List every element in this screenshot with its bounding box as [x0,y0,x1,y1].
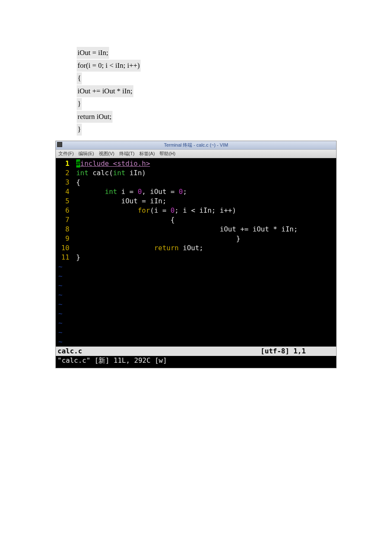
menu-file[interactable]: 文件(F) [58,151,74,156]
code-line: iOut = iIn; [72,197,336,206]
code-line: #include <stdio.h> [72,159,336,168]
vim-tilde: ~ [56,318,63,328]
line-number: 5 [56,197,72,206]
code-line: for(i = 0; i < iIn; i++) [72,206,336,215]
menu-tabs[interactable]: 标签(A) [139,151,155,156]
code-line: return iOut; [72,243,336,253]
window-title: Terminal 终端 - calc.c (~) - VIM [164,142,228,147]
doc-line: iOut += iOut * iIn; [77,85,133,97]
line-number: 11 [56,253,72,262]
vim-tilde: ~ [56,309,63,318]
doc-line: { [77,72,82,84]
vim-status-bar: calc.c [utf-8] 1,1 [56,347,336,356]
code-line: iOut += iOut * iIn; [72,225,336,234]
line-number: 2 [56,168,72,178]
menu-help[interactable]: 帮助(H) [159,151,175,156]
vim-tilde: ~ [56,262,63,272]
cursor: # [76,159,81,168]
line-number: 10 [56,243,72,253]
menu-view[interactable]: 视图(V) [99,151,115,156]
vim-tilde: ~ [56,290,63,300]
doc-line: for(i = 0; i < iIn; i++) [77,60,141,72]
doc-line: } [77,98,82,110]
line-number: 7 [56,215,72,225]
code-line: int i = 0, iOut = 0; [72,187,336,197]
menu-terminal[interactable]: 终端(T) [119,151,135,156]
vim-tilde: ~ [56,328,63,337]
terminal-window: Terminal 终端 - calc.c (~) - VIM 文件(F) 编辑(… [55,141,337,368]
status-filename: calc.c [58,347,82,356]
doc-line: } [77,124,82,136]
window-titlebar[interactable]: Terminal 终端 - calc.c (~) - VIM [56,141,336,150]
window-icon [57,142,62,147]
vim-tilde: ~ [56,281,63,290]
vim-tilde: ~ [56,272,63,281]
line-number: 9 [56,234,72,243]
status-position: [utf-8] 1,1 [261,347,334,356]
line-number: 4 [56,187,72,197]
vim-tilde: ~ [56,300,63,309]
code-line: { [72,215,336,225]
line-number: 6 [56,206,72,215]
document-code-snippet: iOut = iIn; for(i = 0; i < iIn; i++) { i… [77,47,392,136]
line-number: 1 [56,159,72,168]
code-line: } [72,253,336,262]
vim-message-line: "calc.c" [新] 11L, 292C [w] [56,356,336,365]
code-line: int calc(int iIn) [72,168,336,178]
menu-edit[interactable]: 编辑(E) [78,151,94,156]
doc-line: return iOut; [77,111,112,123]
vim-tilde: ~ [56,337,63,347]
code-line: } [72,234,336,243]
line-number: 8 [56,225,72,234]
doc-line: iOut = iIn; [77,47,109,59]
menu-bar: 文件(F) 编辑(E) 视图(V) 终端(T) 标签(A) 帮助(H) [56,150,336,158]
code-line: { [72,178,336,187]
line-number: 3 [56,178,72,187]
vim-editor[interactable]: 1 #include <stdio.h> 2 int calc(int iIn)… [56,158,336,368]
